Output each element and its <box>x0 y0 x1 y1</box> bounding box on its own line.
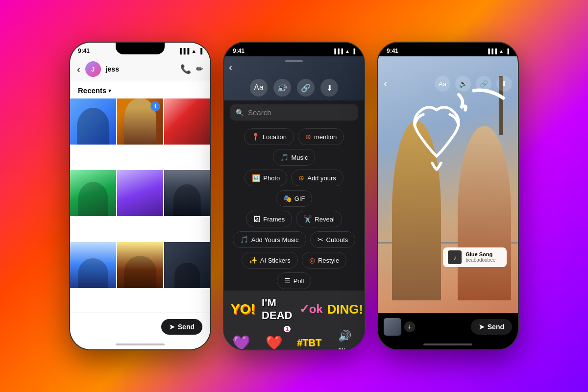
battery-icon-2: ▐ <box>352 49 355 54</box>
sticker-im-dead[interactable]: I'MDEAD <box>262 294 292 324</box>
wifi-icon-2: ▲ <box>345 49 350 54</box>
story-download-tool[interactable]: ⬇ <box>496 76 512 92</box>
back-button[interactable]: ‹ <box>77 64 80 75</box>
story-topnav: ‹ Aa 🔊 🔗 ⬇ <box>378 74 518 95</box>
photo-thumb[interactable] <box>384 318 401 336</box>
gallery-chevron[interactable]: ▾ <box>108 87 111 94</box>
gallery-cell-5[interactable] <box>117 170 163 216</box>
reveal-icon: ✂️ <box>303 215 312 223</box>
sticker-tray: YO! I'MDEAD ✓ok DING! 💜 ❤️ 1 #TBT <box>224 291 364 349</box>
search-input[interactable]: Search <box>248 108 271 117</box>
search-bar[interactable]: 🔍 Search <box>230 104 358 121</box>
music-thumbnail: ♪ <box>448 250 462 264</box>
vibes-text: ✓ok <box>299 302 323 316</box>
story-back-button[interactable]: ‹ <box>229 61 232 74</box>
download-tool-button[interactable]: ⬇ <box>320 79 338 97</box>
sticker-ai-stickers-label: AI Stickers <box>260 257 291 264</box>
home-indicator-1 <box>70 341 210 349</box>
sticker-gif-label: GIF <box>294 195 305 202</box>
sticker-frames-label: Frames <box>263 216 285 223</box>
gallery-cell-1[interactable] <box>70 98 116 145</box>
sticker-tool-button[interactable]: 🔊 <box>273 79 291 97</box>
status-icons-3: ▐▐▐ ▲ ▐ <box>487 49 509 54</box>
plus-icon: + <box>408 323 412 331</box>
imdead-text: I'MDEAD <box>262 296 292 322</box>
story-link-tool[interactable]: 🔗 <box>476 76 491 92</box>
link-tool-button[interactable]: 🔗 <box>297 79 315 97</box>
sticker-heart[interactable]: 💜 <box>229 330 253 349</box>
battery-icon: ▐ <box>198 48 202 54</box>
story-tools: Aa 🔊 🔗 ⬇ <box>435 76 512 92</box>
sticker-cutouts[interactable]: ✂ Cutouts <box>310 231 356 248</box>
story-send-button[interactable]: ➤ Send <box>471 319 512 335</box>
home-bar <box>116 343 165 345</box>
yolo-text: YO! <box>231 301 255 317</box>
sticker-liked[interactable]: ❤️ 1 <box>259 328 289 349</box>
contact-avatar: J <box>85 61 101 77</box>
status-icons: ▐▐▐ ▲ ▐ <box>178 48 202 54</box>
gallery-cell-4[interactable] <box>70 170 116 216</box>
sticker-ding[interactable]: DING! <box>330 294 360 324</box>
text-tool-button[interactable]: Aa <box>250 79 268 97</box>
story-text-tool[interactable]: Aa <box>435 76 450 92</box>
phone-gallery: 9:41 ▐▐▐ ▲ ▐ ‹ J jess 📞 ✏ Recents ▾ <box>69 42 211 350</box>
gallery-cell-9[interactable] <box>164 242 210 288</box>
sticker-frames[interactable]: 🖼 Frames <box>246 211 292 227</box>
sticker-picker-grid: 📍 Location ⊕ mention 🎵 Music 🖼️ Photo <box>224 124 364 291</box>
music-badge[interactable]: ♪ Glue Song beabadoobee <box>443 247 507 267</box>
sticker-yolo[interactable]: YO! <box>228 294 258 324</box>
sticker-photo-label: Photo <box>263 174 280 182</box>
call-icon[interactable]: 📞 <box>180 64 191 74</box>
sticker-add-yours[interactable]: ⊕ Add yours <box>291 170 343 186</box>
drawing-overlay <box>392 86 481 174</box>
gallery-cell-6[interactable] <box>164 170 210 216</box>
story-back-button[interactable]: ‹ <box>384 77 387 90</box>
story-sticker-tool[interactable]: 🔊 <box>455 76 471 92</box>
sticker-mention-label: mention <box>314 133 337 141</box>
sticker-reveal-label: Reveal <box>315 216 334 223</box>
sticker-row-5: ✨ AI Stickers ◎ Restyle ☰ Poll <box>230 252 358 289</box>
sticker-restyle-label: Restyle <box>318 257 339 264</box>
music-note-icon: ♪ <box>453 253 457 261</box>
sticker-row-2: 🖼️ Photo ⊕ Add yours 🎭 GIF <box>230 170 358 207</box>
wifi-icon: ▲ <box>191 48 196 54</box>
sticker-photo[interactable]: 🖼️ Photo <box>245 170 287 186</box>
sticker-tray-row2: 💜 <box>229 330 253 349</box>
story-preview-area: Aa 🔊 🔗 ⬇ ‹ <box>224 56 364 100</box>
sticker-icon: 🔊 <box>277 83 287 93</box>
sticker-vibes[interactable]: ✓ok <box>296 294 326 324</box>
sticker-gif[interactable]: 🎭 GIF <box>276 190 313 207</box>
gallery-cell-8[interactable] <box>117 242 163 288</box>
heart-icon: 💜 <box>232 334 250 350</box>
gallery-cell-7[interactable] <box>70 242 116 288</box>
sticker-add-yours-music[interactable]: 🎵 Add Yours Music <box>233 231 306 248</box>
gallery-cell-2[interactable]: 1 <box>117 98 163 145</box>
sticker-tbt[interactable]: #TBT <box>294 328 324 349</box>
signal-icon-3: ▐▐▐ <box>487 49 497 54</box>
tbt-text: #TBT <box>297 337 321 348</box>
restyle-icon: ◎ <box>309 256 315 264</box>
music-info: Glue Song beabadoobee <box>466 251 495 263</box>
sticker-restyle[interactable]: ◎ Restyle <box>302 252 346 269</box>
notch-3 <box>423 43 472 54</box>
send-button[interactable]: ➤ Send <box>161 319 202 335</box>
story-send-label: Send <box>488 323 504 331</box>
music-artist: beabadoobee <box>466 257 495 263</box>
sticker-add-yours-music-label: Add Yours Music <box>251 236 299 244</box>
sticker-poll[interactable]: ☰ Poll <box>277 272 312 289</box>
sticker-location[interactable]: 📍 Location <box>244 128 294 145</box>
home-bar-3 <box>423 343 472 345</box>
sticker-reveal[interactable]: ✂️ Reveal <box>296 211 342 227</box>
conversation-topbar: ‹ J jess 📞 ✏ <box>70 57 210 81</box>
sticker-ai-stickers[interactable]: ✨ AI Stickers <box>242 252 298 269</box>
compose-icon[interactable]: ✏ <box>196 64 203 74</box>
sticker-cutouts-label: Cutouts <box>326 236 348 244</box>
gallery-cell-3[interactable] <box>164 98 210 145</box>
add-media-button[interactable]: + <box>404 321 415 332</box>
location-icon: 📍 <box>251 133 260 141</box>
sticker-music[interactable]: 🎵 Music <box>273 149 316 166</box>
sticker-sound-on[interactable]: 🔊ON <box>330 328 359 349</box>
sticker-row-4: 🎵 Add Yours Music ✂ Cutouts <box>230 231 358 248</box>
sticker-mention[interactable]: ⊕ mention <box>298 128 344 145</box>
photo-chip-icon: 🖼️ <box>252 174 260 182</box>
